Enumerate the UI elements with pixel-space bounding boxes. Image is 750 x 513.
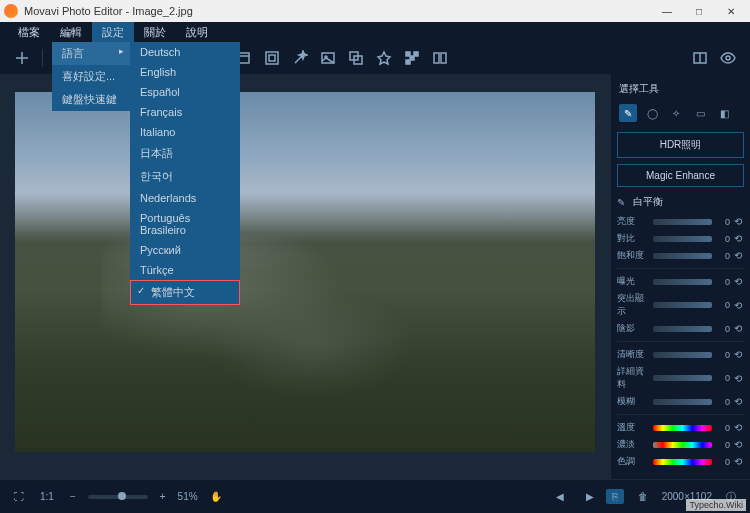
menu-about[interactable]: 關於: [134, 22, 176, 42]
slider-track[interactable]: [653, 302, 712, 308]
divider: [617, 414, 744, 415]
wand-tool-icon[interactable]: ✧: [667, 104, 685, 122]
reset-icon[interactable]: ⟲: [734, 233, 744, 244]
overlay-tool[interactable]: [344, 46, 368, 70]
compare-toggle-icon[interactable]: ⎘: [606, 489, 624, 504]
reset-icon[interactable]: ⟲: [734, 373, 744, 384]
slider-tint[interactable]: 濃淡 0 ⟲: [617, 438, 744, 451]
white-balance-label: 白平衡: [633, 195, 663, 209]
slider-brightness[interactable]: 亮度 0 ⟲: [617, 215, 744, 228]
lang-japanese[interactable]: 日本語: [130, 142, 240, 165]
effects-tool[interactable]: [372, 46, 396, 70]
slider-track[interactable]: [653, 219, 712, 225]
slider-track[interactable]: [653, 375, 712, 381]
image-canvas[interactable]: [15, 92, 595, 452]
marquee-tool-icon[interactable]: ▭: [691, 104, 709, 122]
mosaic-tool[interactable]: [400, 46, 424, 70]
slider-saturation[interactable]: 飽和度 0 ⟲: [617, 249, 744, 262]
lang-italiano[interactable]: Italiano: [130, 122, 240, 142]
menu-item-shortcuts[interactable]: 鍵盤快速鍵: [52, 88, 130, 111]
lang-english[interactable]: English: [130, 62, 240, 82]
lang-traditional-chinese[interactable]: 繁體中文: [130, 280, 240, 305]
slider-track[interactable]: [653, 279, 712, 285]
prev-image-button[interactable]: ◀: [552, 489, 568, 504]
gradient-tool-icon[interactable]: ◧: [715, 104, 733, 122]
lang-korean[interactable]: 한국어: [130, 165, 240, 188]
slider-track[interactable]: [653, 253, 712, 259]
app-icon: [4, 4, 18, 18]
zoom-in-button[interactable]: +: [156, 489, 170, 504]
lang-deutsch[interactable]: Deutsch: [130, 42, 240, 62]
menu-file[interactable]: 檔案: [8, 22, 50, 42]
frame-tool[interactable]: [260, 46, 284, 70]
slider-track[interactable]: [653, 442, 712, 448]
reset-icon[interactable]: ⟲: [734, 349, 744, 360]
fit-button[interactable]: 1:1: [36, 489, 58, 504]
reset-icon[interactable]: ⟲: [734, 456, 744, 467]
menu-item-language[interactable]: 語言 ▸: [52, 42, 130, 65]
menu-settings[interactable]: 設定: [92, 22, 134, 42]
reset-icon[interactable]: ⟲: [734, 300, 744, 311]
slider-track[interactable]: [653, 399, 712, 405]
slider-temperature[interactable]: 溫度 0 ⟲: [617, 421, 744, 434]
slider-highlights[interactable]: 突出顯示 0 ⟲: [617, 292, 744, 318]
slider-shadows[interactable]: 陰影 0 ⟲: [617, 322, 744, 335]
lang-portugues[interactable]: Português Brasileiro: [130, 208, 240, 240]
hdr-button[interactable]: HDR照明: [617, 132, 744, 158]
slider-details[interactable]: 詳細資料 0 ⟲: [617, 365, 744, 391]
zoom-out-button[interactable]: −: [66, 489, 80, 504]
menubar: 檔案 編輯 設定 關於 說明: [0, 22, 750, 42]
svg-rect-5: [269, 55, 275, 61]
slider-contrast[interactable]: 對比 0 ⟲: [617, 232, 744, 245]
fullscreen-icon[interactable]: ⛶: [10, 489, 28, 504]
preview-eye-icon[interactable]: [716, 46, 740, 70]
slider-track[interactable]: [653, 459, 712, 465]
canvas-viewport[interactable]: [0, 74, 610, 479]
zoom-slider[interactable]: [88, 495, 148, 499]
magic-enhance-button[interactable]: Magic Enhance: [617, 164, 744, 187]
reset-icon[interactable]: ⟲: [734, 250, 744, 261]
lang-francais[interactable]: Français: [130, 102, 240, 122]
minimize-button[interactable]: —: [652, 2, 682, 20]
trash-icon[interactable]: 🗑: [634, 489, 652, 504]
slider-track[interactable]: [653, 352, 712, 358]
eyedropper-icon: ✎: [617, 197, 629, 208]
before-after-toggle[interactable]: [688, 46, 712, 70]
slider-sharpness[interactable]: 清晰度 0 ⟲: [617, 348, 744, 361]
brush-tool-icon[interactable]: ✎: [619, 104, 637, 122]
magic-wand-tool[interactable]: [288, 46, 312, 70]
reset-icon[interactable]: ⟲: [734, 396, 744, 407]
menu-edit[interactable]: 編輯: [50, 22, 92, 42]
add-button[interactable]: [10, 46, 34, 70]
slider-track[interactable]: [653, 236, 712, 242]
next-image-button[interactable]: ▶: [582, 489, 598, 504]
menu-item-preferences[interactable]: 喜好設定...: [52, 65, 130, 88]
image-tool[interactable]: [316, 46, 340, 70]
status-bar: ⛶ 1:1 − + 51% ✋ ◀ ▶ ⎘ 🗑 2000×1102 ⓘ: [0, 479, 750, 513]
reset-icon[interactable]: ⟲: [734, 276, 744, 287]
lang-nederlands[interactable]: Nederlands: [130, 188, 240, 208]
maximize-button[interactable]: □: [684, 2, 714, 20]
titlebar: Movavi Photo Editor - Image_2.jpg — □ ✕: [0, 0, 750, 22]
menu-help[interactable]: 說明: [176, 22, 218, 42]
hand-tool-icon[interactable]: ✋: [206, 489, 226, 504]
slider-exposure[interactable]: 曝光 0 ⟲: [617, 275, 744, 288]
lang-turkce[interactable]: Türkçe: [130, 260, 240, 280]
menu-item-label: 語言: [62, 47, 84, 59]
lang-russian[interactable]: Русский: [130, 240, 240, 260]
slider-blur[interactable]: 模糊 0 ⟲: [617, 395, 744, 408]
white-balance-header[interactable]: ✎ 白平衡: [617, 193, 744, 211]
panel-title: 選擇工具: [617, 78, 744, 100]
reset-icon[interactable]: ⟲: [734, 216, 744, 227]
lasso-tool-icon[interactable]: ◯: [643, 104, 661, 122]
slider-track[interactable]: [653, 425, 712, 431]
reset-icon[interactable]: ⟲: [734, 422, 744, 433]
close-button[interactable]: ✕: [716, 2, 746, 20]
lang-espanol[interactable]: Español: [130, 82, 240, 102]
reset-icon[interactable]: ⟲: [734, 323, 744, 334]
reset-icon[interactable]: ⟲: [734, 439, 744, 450]
slider-hue[interactable]: 色調 0 ⟲: [617, 455, 744, 468]
slider-track[interactable]: [653, 326, 712, 332]
compare-tool[interactable]: [428, 46, 452, 70]
separator: [42, 49, 43, 67]
